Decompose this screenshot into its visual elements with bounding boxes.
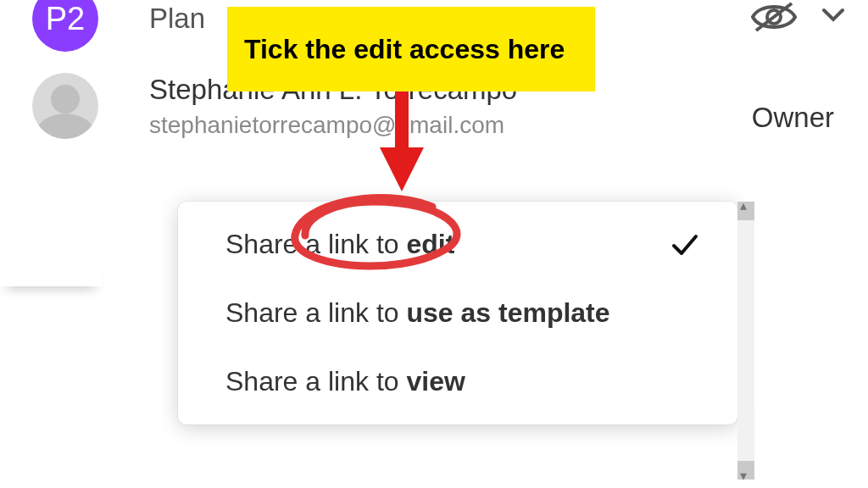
user-email: stephanietorrecampo@gmail.com [149,112,517,139]
svg-marker-3 [380,147,424,191]
option-lead: Share a link to [225,297,406,328]
team-avatar-initials: P2 [46,1,85,37]
visibility-off-icon[interactable] [749,0,798,34]
share-link-option-template[interactable]: Share a link to use as template [178,279,737,347]
user-avatar-placeholder [32,73,98,139]
annotation-callout: Tick the edit access here [227,7,595,92]
option-bold: view [406,366,465,396]
option-bold: use as template [406,297,609,328]
team-avatar: P2 [32,0,98,52]
team-name-partial: Plan [149,3,205,35]
option-lead: Share a link to [225,229,406,259]
option-lead: Share a link to [225,366,406,396]
visibility-controls [749,0,844,34]
panel-shadow [0,263,102,286]
annotation-arrow-icon [376,92,427,193]
chevron-down-icon[interactable] [822,8,844,26]
annotation-callout-text: Tick the edit access here [244,34,565,65]
user-role-label: Owner [752,102,834,134]
share-link-option-edit[interactable]: Share a link to edit [178,210,737,279]
share-link-dropdown: Share a link to edit Share a link to use… [178,202,737,424]
svg-rect-2 [395,92,409,151]
share-link-option-view[interactable]: Share a link to view [178,347,737,416]
dropdown-scrollbar[interactable] [737,202,754,480]
check-icon [670,230,700,260]
option-bold: edit [406,229,454,259]
